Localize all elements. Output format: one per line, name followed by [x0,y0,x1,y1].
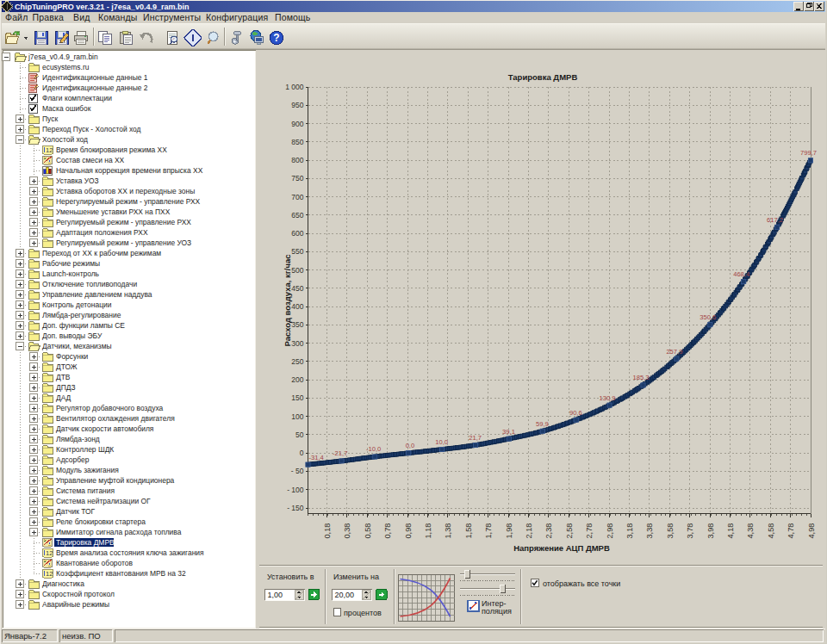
svg-text:Форсунки: Форсунки [56,352,89,361]
svg-text:450: 450 [291,284,303,293]
svg-text:Начальная коррекция времени вп: Начальная коррекция времени впрыска ХХ [56,166,203,175]
svg-text:0,0: 0,0 [406,442,415,449]
svg-text:900: 900 [291,120,303,128]
svg-text:процентов: процентов [344,609,382,617]
svg-text:20,00: 20,00 [335,591,355,599]
svg-text:Модуль зажигания: Модуль зажигания [56,466,119,474]
svg-text:Диагностика: Диагностика [42,579,84,588]
svg-text:Уменьшение уставки РХХ на ПХХ: Уменьшение уставки РХХ на ПХХ [56,207,171,216]
svg-text:50: 50 [295,430,304,439]
svg-text:Датчик ТОГ: Датчик ТОГ [56,507,96,516]
svg-text:Регулируемый режим - управлени: Регулируемый режим - управление РХХ [56,218,191,226]
svg-text:2,38: 2,38 [544,523,553,539]
svg-text:Адаптация положения РХХ: Адаптация положения РХХ [56,228,148,237]
svg-text:0,38: 0,38 [343,523,351,539]
svg-text:Время анализа состояния ключа: Время анализа состояния ключа зажигания [56,548,204,557]
svg-text:Уставка УОЗ: Уставка УОЗ [56,176,99,185]
svg-text:j7esa_v0.4.9_ram.bin: j7esa_v0.4.9_ram.bin [28,53,98,61]
svg-text:поляция: поляция [482,607,512,616]
svg-text:Launch-контроль: Launch-контроль [42,269,100,278]
svg-text:617,2: 617,2 [767,216,783,224]
svg-text:200: 200 [291,375,303,384]
svg-text:Лямбда-зонд: Лямбда-зонд [56,435,100,443]
svg-text:Переход Пуск - Холостой ход: Переход Пуск - Холостой ход [42,125,141,133]
svg-text:отображать все точки: отображать все точки [543,579,620,588]
svg-text:700: 700 [291,193,303,201]
svg-text:400: 400 [291,302,303,311]
svg-text:Маска ошибок: Маска ошибок [42,104,91,113]
svg-text:2,78: 2,78 [585,523,594,539]
svg-text:Напряжение АЦП ДМРВ: Напряжение АЦП ДМРВ [513,543,610,553]
svg-text:ДТОЖ: ДТОЖ [56,362,78,371]
svg-text:800: 800 [291,156,303,164]
svg-text:Лямбда-регулирование: Лямбда-регулирование [42,311,121,319]
svg-text:Правка: Правка [33,12,64,22]
svg-text:Аварийные режимы: Аварийные режимы [42,600,109,609]
svg-text:Вид: Вид [73,12,90,22]
svg-text:-31,4: -31,4 [309,454,324,461]
svg-text:Рабочие режимы: Рабочие режимы [42,259,100,268]
svg-text:1 000: 1 000 [285,83,304,91]
svg-text:ecusystems.ru: ecusystems.ru [42,63,90,71]
svg-text:Управление муфтой кондиционера: Управление муфтой кондиционера [56,476,175,485]
svg-text:2,58: 2,58 [565,523,574,539]
svg-text:130,9: 130,9 [600,394,616,402]
svg-text:Управление давлением наддува: Управление давлением наддува [42,290,152,299]
svg-text:Флаги комплектации: Флаги комплектации [42,94,112,102]
svg-text:Адсорбер: Адсорбер [56,455,90,464]
svg-text:1,18: 1,18 [424,523,432,539]
svg-text:Идентификационные данные 1: Идентификационные данные 1 [42,73,148,82]
svg-text:3,38: 3,38 [645,523,654,539]
svg-text:300: 300 [291,339,303,348]
svg-text:4,78: 4,78 [787,523,795,539]
svg-text:Датчик скорости автомобиля: Датчик скорости автомобиля [56,424,153,433]
svg-text:2,18: 2,18 [525,523,533,539]
svg-text:Иммитатор сигнала расхода топл: Иммитатор сигнала расхода топлива [56,528,182,536]
svg-text:Датчики, механизмы: Датчики, механизмы [42,342,112,350]
svg-text:3,98: 3,98 [706,523,715,539]
svg-text:0: 0 [300,449,304,457]
svg-text:1,38: 1,38 [444,523,452,539]
svg-text:Январь-7.2: Январь-7.2 [4,631,47,641]
svg-text:Доп. функции лампы СЕ: Доп. функции лампы СЕ [42,321,125,330]
svg-text:0,98: 0,98 [404,523,413,539]
svg-text:21,7: 21,7 [469,434,482,442]
svg-text:1,58: 1,58 [464,523,473,539]
svg-text:Контроль детонации: Контроль детонации [42,300,112,309]
svg-text:?: ? [273,32,279,44]
svg-text:- 50: - 50 [291,467,304,475]
svg-text:950: 950 [291,101,303,109]
svg-text:Расход воздуха, кг/час: Расход воздуха, кг/час [283,255,292,347]
svg-text:850: 850 [291,138,303,146]
svg-text:Тарировка ДМРВ: Тарировка ДМРВ [508,72,578,82]
svg-text:550: 550 [291,247,303,256]
svg-text:ДАД: ДАД [56,393,72,402]
svg-text:Система питания: Система питания [56,486,115,495]
svg-text:59,9: 59,9 [536,420,549,428]
svg-text:- 150: - 150 [287,504,304,512]
svg-text:Холостой ход: Холостой ход [42,135,88,144]
svg-text:3,78: 3,78 [686,523,694,539]
svg-text:Состав смеси на ХХ: Состав смеси на ХХ [56,156,125,164]
svg-text:Нерегулируемый режим - управле: Нерегулируемый режим - управление РХХ [56,197,201,206]
svg-text:4,18: 4,18 [726,523,735,539]
svg-text:Система нейтрализации ОГ: Система нейтрализации ОГ [56,497,151,505]
svg-text:150: 150 [291,393,303,402]
svg-text:Отключение топливоподачи: Отключение топливоподачи [42,280,137,288]
svg-text:468,4: 468,4 [733,270,749,278]
svg-text:-21,7: -21,7 [333,449,347,457]
svg-text:Квантование оборотов: Квантование оборотов [56,559,133,567]
svg-text:3,58: 3,58 [666,523,675,539]
svg-text:Установить в: Установить в [267,573,314,581]
svg-text:250: 250 [291,357,303,366]
svg-text:1,98: 1,98 [505,523,513,539]
svg-text:10,0: 10,0 [435,438,448,446]
svg-text:0,78: 0,78 [383,523,392,539]
svg-text:650: 650 [291,211,303,220]
svg-text:-10,0: -10,0 [366,445,381,453]
svg-text:Скоростной протокол: Скоростной протокол [42,590,115,598]
svg-text:Время блокирования режима ХХ: Время блокирования режима ХХ [56,146,167,154]
svg-text:Конфигурация: Конфигурация [206,12,268,22]
svg-text:4,58: 4,58 [767,523,775,539]
svg-text:750: 750 [291,174,303,183]
